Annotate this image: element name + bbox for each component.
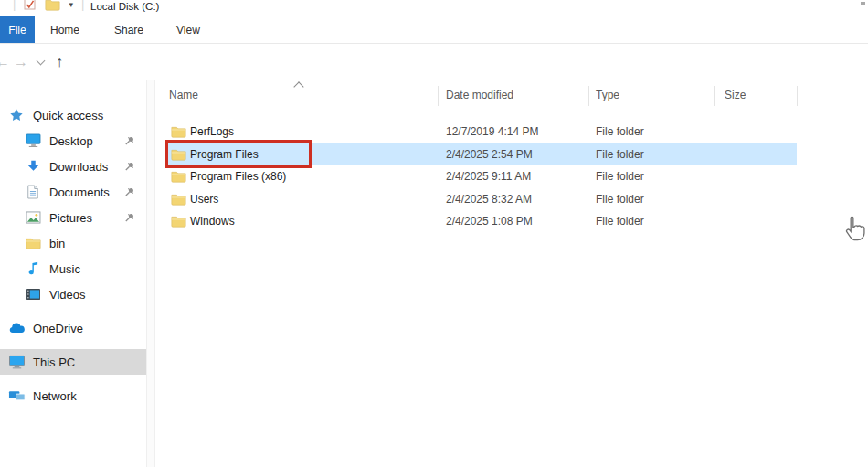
sidebar-item-label: OneDrive (33, 322, 83, 335)
sidebar-group: Network (0, 383, 146, 409)
sidebar-item-label: bin (49, 237, 65, 250)
sidebar-item-documents[interactable]: Documents (0, 179, 146, 205)
file-list-pane: Name Date modified Type Size PerfLogs12/… (153, 80, 868, 467)
column-header-size[interactable]: Size (725, 89, 746, 101)
pictures-icon (24, 209, 42, 226)
sidebar-item-pictures[interactable]: Pictures (0, 205, 146, 230)
file-row-program-files[interactable]: Program Files2/4/2025 2:54 PMFile folder (153, 143, 868, 166)
recent-locations-chevron-icon[interactable] (34, 44, 47, 80)
file-name[interactable]: Users (190, 188, 218, 211)
folder-icon (171, 143, 186, 166)
sidebar-item-label: Videos (49, 288, 86, 302)
tab-view[interactable]: View (176, 16, 200, 43)
network-icon (7, 387, 26, 404)
column-header-type[interactable]: Type (596, 89, 619, 101)
sort-ascending-icon (293, 81, 303, 91)
window-title: Local Disk (C:) (90, 1, 159, 12)
file-row-windows[interactable]: Windows2/4/2025 1:08 PMFile folder (153, 210, 868, 233)
sidebar-group: This PC (0, 349, 146, 375)
file-date-modified: 2/4/2025 9:11 AM (446, 165, 531, 188)
back-button[interactable]: ← (0, 44, 11, 80)
file-date-modified: 2/4/2025 8:32 AM (446, 188, 532, 211)
documents-icon (24, 184, 42, 200)
properties-check-icon[interactable] (24, 0, 37, 11)
file-explorer-window: | ▾ | Local Disk (C:) File HomeShareView… (0, 0, 868, 467)
forward-button[interactable]: → (13, 44, 29, 80)
sidebar-item-label: Desktop (49, 134, 93, 148)
column-divider[interactable] (438, 86, 439, 106)
qat-separator: | (81, 0, 84, 11)
file-type: File folder (596, 210, 644, 233)
videos-icon (24, 286, 42, 302)
sidebar-item-bin[interactable]: bin (0, 230, 146, 256)
qat-dropdown-icon[interactable]: ▾ (69, 0, 73, 9)
column-divider[interactable] (714, 86, 715, 106)
ribbon-expand-fragment (861, 2, 865, 5)
navigation-bar: ← → ↑ ❯ This PC ❯ Local Disk (C:) ❯ (0, 44, 868, 80)
file-row-users[interactable]: Users2/4/2025 8:32 AMFile folder (153, 188, 868, 211)
sidebar-group: OneDrive (0, 315, 146, 341)
file-type: File folder (596, 188, 644, 211)
tab-home[interactable]: Home (50, 16, 79, 43)
sidebar-item-music[interactable]: Music (0, 256, 146, 281)
file-name[interactable]: Windows (190, 210, 235, 233)
folder-icon (171, 121, 186, 143)
sidebar-item-desktop[interactable]: Desktop (0, 128, 146, 154)
column-divider[interactable] (588, 86, 589, 106)
sidebar-item-label: Music (49, 262, 80, 276)
downloads-icon (24, 158, 42, 175)
up-button[interactable]: ↑ (50, 44, 69, 80)
sidebar-item-downloads[interactable]: Downloads (0, 154, 146, 179)
navigation-pane: Quick accessDesktopDownloadsDocumentsPic… (0, 80, 146, 467)
folder-icon (171, 210, 186, 233)
file-type: File folder (596, 143, 644, 166)
pin-icon[interactable] (124, 161, 135, 172)
ribbon-tab-bar: File HomeShareView (0, 16, 868, 44)
sidebar-item-network[interactable]: Network (0, 383, 146, 409)
sidebar-item-label: Downloads (49, 160, 108, 174)
sidebar-group: Quick accessDesktopDownloadsDocumentsPic… (0, 102, 146, 307)
sidebar-item-label: Pictures (49, 211, 92, 225)
music-icon (24, 260, 42, 277)
file-type: File folder (596, 121, 644, 143)
pin-icon[interactable] (124, 186, 135, 197)
pin-icon[interactable] (124, 212, 135, 223)
sidebar-item-onedrive[interactable]: OneDrive (0, 315, 146, 341)
pin-icon[interactable] (124, 135, 135, 146)
file-name[interactable]: PerfLogs (190, 121, 234, 143)
folder-icon (171, 165, 186, 188)
main-area: Quick accessDesktopDownloadsDocumentsPic… (0, 80, 868, 467)
sidebar-item-label: Network (33, 389, 77, 403)
file-date-modified: 12/7/2019 4:14 PM (446, 121, 538, 143)
tab-file[interactable]: File (0, 16, 35, 43)
qat-separator: | (13, 0, 16, 11)
sidebar-item-label: This PC (33, 356, 75, 369)
column-header-name[interactable]: Name (169, 89, 198, 101)
column-header-row: Name Date modified Type Size (153, 84, 868, 108)
column-header-date-modified[interactable]: Date modified (446, 89, 513, 101)
sidebar-item-label: Documents (49, 186, 110, 199)
sidebar-item-videos[interactable]: Videos (0, 281, 146, 307)
file-name[interactable]: Program Files (190, 143, 259, 166)
sidebar-item-label: Quick access (33, 109, 103, 122)
file-row-program-files-x86-[interactable]: Program Files (x86)2/4/2025 9:11 AMFile … (153, 165, 868, 188)
new-folder-icon[interactable] (45, 0, 60, 11)
sidebar-item-quick-access[interactable]: Quick access (0, 102, 146, 128)
file-type: File folder (596, 165, 644, 188)
folder-icon (171, 188, 186, 211)
quick-access-star-icon (7, 107, 26, 123)
file-date-modified: 2/4/2025 2:54 PM (446, 143, 533, 166)
this-pc-icon (7, 354, 26, 370)
folder-icon (24, 235, 42, 251)
sidebar-item-this-pc[interactable]: This PC (0, 349, 146, 375)
file-date-modified: 2/4/2025 1:08 PM (446, 210, 533, 233)
column-divider[interactable] (797, 86, 798, 106)
tab-share[interactable]: Share (114, 16, 143, 43)
title-bar: | ▾ | Local Disk (C:) (0, 0, 868, 16)
onedrive-icon (7, 320, 26, 336)
quick-access-toolbar: | ▾ | (13, 0, 84, 11)
file-row-perflogs[interactable]: PerfLogs12/7/2019 4:14 PMFile folder (153, 121, 868, 143)
desktop-icon (24, 133, 42, 149)
file-list: PerfLogs12/7/2019 4:14 PMFile folderProg… (153, 121, 868, 233)
file-name[interactable]: Program Files (x86) (190, 165, 286, 188)
